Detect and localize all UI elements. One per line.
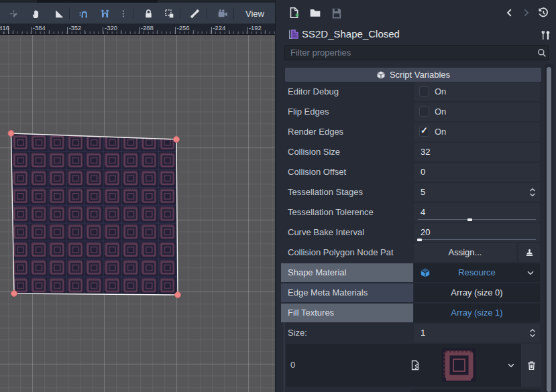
array-size-field[interactable]: 1 [414, 324, 540, 342]
toolbar-separator [133, 7, 133, 19]
field-value: 5 [421, 183, 425, 202]
property-label: Flip Edges [288, 103, 329, 121]
shape-handle-top-right[interactable] [174, 137, 180, 143]
property-row-curve-bake-interval: Curve Bake Interval 20 [281, 223, 556, 242]
property-label: Shape Material [288, 263, 346, 282]
property-label: Edge Meta Materials [288, 283, 368, 302]
new-resource-icon[interactable] [286, 5, 301, 20]
array-size-row: Size: 1 [281, 324, 556, 342]
property-label: Size: [288, 324, 307, 342]
checkbox-label: On [435, 123, 446, 141]
pan-tool-icon[interactable] [28, 5, 44, 21]
tessellation-stages-field[interactable]: 5 [414, 183, 540, 202]
inspector-scrollbar-thumb[interactable] [547, 67, 551, 392]
history-forward-icon[interactable] [518, 5, 533, 20]
property-row-collision-polygon-node-path: Collision Polygon Node Pat Assign... [281, 243, 556, 262]
inspector-panel: SS2D_Shape_Closed Script Variables Edito… [281, 0, 556, 392]
property-label: Editor Debug [288, 82, 339, 101]
ruler-label: -384 [33, 24, 46, 31]
ruler-label: -416 [0, 24, 9, 31]
property-label: Tessellation Stages [288, 183, 363, 202]
toolbar-separator [180, 7, 180, 19]
ruler-label: -224 [213, 24, 225, 31]
delete-item-button[interactable] [521, 344, 541, 387]
collision-size-field[interactable]: 32 [414, 143, 540, 161]
picker-stamp-icon [524, 248, 535, 258]
select-tool-icon[interactable] [5, 5, 21, 21]
chevron-down-icon[interactable] [506, 360, 516, 371]
save-resource-icon[interactable] [329, 5, 344, 20]
collision-offset-field[interactable]: 0 [414, 163, 540, 182]
slider-track[interactable] [418, 219, 536, 220]
shape-handle-top-left[interactable] [8, 131, 14, 137]
checkbox-label: On [435, 82, 446, 101]
section-script-variables[interactable]: Script Variables [285, 68, 541, 82]
camera-preview-icon[interactable] [215, 5, 231, 21]
chevron-down-icon[interactable] [525, 267, 536, 278]
checkmark: ✓ [421, 125, 428, 135]
history-back-icon[interactable] [502, 5, 517, 20]
toolbar-separator [69, 7, 70, 19]
curve-bake-interval-field[interactable]: 20 [414, 223, 540, 242]
ruler-label: -288 [141, 24, 154, 31]
slider-grabber[interactable] [467, 218, 472, 221]
property-label: Fill Textures [288, 304, 334, 322]
property-label: Curve Bake Interval [288, 223, 364, 242]
filter-properties-input[interactable] [284, 45, 549, 60]
panel-divider[interactable] [275, 0, 281, 392]
shape-layer [0, 35, 275, 392]
property-row-flip-edges: Flip Edges On [281, 103, 556, 121]
fill-textures-array[interactable]: Array (size 1) [414, 304, 540, 322]
object-tools-icon[interactable] [538, 27, 553, 42]
ruler-label: -256 [177, 24, 190, 31]
editor-debug-checkbox[interactable] [419, 86, 429, 96]
bone-icon[interactable] [186, 5, 203, 21]
search-icon [537, 48, 547, 58]
view-menu-button[interactable]: View [239, 5, 271, 21]
spinner-updown-icon[interactable] [529, 187, 537, 198]
property-label: Tessellation Tolerence [288, 203, 374, 222]
property-row-editor-debug: Editor Debug On [281, 82, 556, 101]
property-label: Collision Size [288, 143, 340, 161]
cube-icon [376, 70, 386, 80]
snap-options-menu-icon[interactable] [115, 5, 131, 21]
edge-meta-materials-array[interactable]: Array (size 0) [414, 283, 540, 302]
tessellation-tolerence-field[interactable]: 4 [414, 203, 540, 222]
property-row-fill-textures: Fill Textures Array (size 1) [281, 304, 556, 322]
canvas-viewport[interactable] [0, 35, 275, 392]
slider-grabber[interactable] [417, 239, 422, 241]
field-value: 1 [421, 324, 425, 342]
render-edges-checkbox[interactable]: ✓ [419, 127, 429, 137]
assign-button[interactable]: Assign... [414, 243, 516, 262]
slider-track[interactable] [418, 239, 536, 240]
closed-shape-polygon[interactable] [11, 133, 178, 295]
shape-handle-bottom-right[interactable] [175, 292, 181, 298]
property-row-tessellation-stages: Tessellation Stages 5 [281, 183, 556, 202]
group-selection-icon[interactable] [161, 5, 177, 21]
edit-texture-icon[interactable] [410, 360, 421, 371]
property-label: Render Edges [288, 123, 343, 141]
edit-history-icon[interactable] [536, 5, 551, 20]
trash-icon [526, 360, 537, 371]
spinner-updown-icon[interactable] [529, 328, 537, 338]
flip-edges-checkbox[interactable] [419, 107, 429, 117]
property-row-collision-offset: Collision Offset 0 [281, 163, 556, 182]
array-label: Array (size 1) [414, 304, 540, 322]
ruler-label: -352 [68, 24, 81, 31]
field-value: 0 [421, 163, 425, 182]
array-label: Array (size 0) [414, 283, 540, 302]
shape-handle-bottom-left[interactable] [11, 291, 17, 297]
lock-icon[interactable] [140, 5, 156, 21]
shape-material-resource[interactable]: Resource [414, 263, 540, 282]
node-picker-button[interactable] [518, 243, 540, 262]
load-resource-icon[interactable] [308, 5, 323, 20]
smart-snap-icon[interactable] [76, 5, 92, 21]
canvas-toolbar: View [0, 3, 275, 24]
property-label: Collision Offset [288, 163, 346, 182]
grid-snap-icon[interactable] [97, 5, 113, 21]
property-row-tessellation-tolerence: Tessellation Tolerence 4 [281, 203, 556, 222]
inspected-object-title: SS2D_Shape_Closed [302, 27, 400, 42]
fill-texture-preview[interactable] [439, 346, 476, 384]
ruler-tool-icon[interactable] [51, 5, 67, 21]
array-item-row: 0 [286, 344, 541, 387]
